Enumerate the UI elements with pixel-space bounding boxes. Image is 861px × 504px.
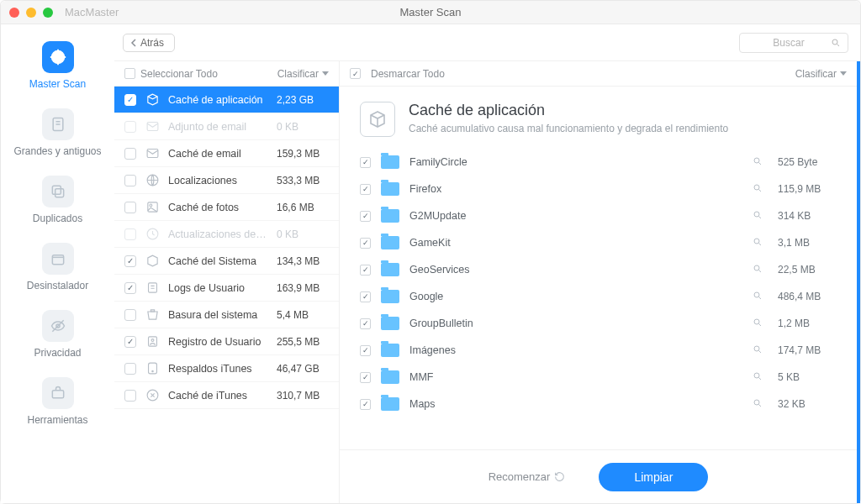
file-checkbox[interactable] [360, 238, 371, 249]
category-row[interactable]: Caché de aplicación 2,23 GB [114, 87, 339, 113]
file-checkbox[interactable] [360, 345, 371, 356]
file-checkbox[interactable] [360, 211, 371, 222]
category-row[interactable]: Caché de iTunes 310,7 MB [114, 382, 339, 409]
category-row[interactable]: Caché de fotos 16,6 MB [114, 194, 339, 221]
reveal-icon[interactable] [753, 210, 763, 223]
svg-point-1 [55, 55, 61, 60]
category-row[interactable]: Respaldos iTunes 46,47 GB [114, 355, 339, 382]
category-row[interactable]: Basura del sistema 5,4 MB [114, 302, 339, 328]
window-controls [9, 8, 53, 18]
category-icon [145, 334, 160, 349]
category-row[interactable]: Localizaciones 533,3 MB [114, 167, 339, 194]
file-row[interactable]: FamilyCircle 525 Byte [340, 149, 857, 176]
cache-icon [360, 102, 395, 137]
toolbar: Atrás Buscar [114, 24, 860, 61]
search-input[interactable]: Buscar [739, 33, 848, 53]
category-checkbox[interactable] [124, 282, 136, 294]
category-row[interactable]: Caché del Sistema 134,3 MB [114, 248, 339, 275]
back-button[interactable]: Atrás [123, 34, 175, 52]
file-size: 115,9 MB [778, 183, 837, 195]
category-checkbox[interactable] [124, 255, 136, 267]
file-size: 314 KB [778, 210, 837, 222]
reveal-icon[interactable] [753, 156, 763, 169]
file-checkbox[interactable] [360, 157, 371, 168]
file-row[interactable]: GroupBulletin 1,2 MB [340, 310, 857, 337]
category-icon [145, 388, 160, 403]
category-checkbox[interactable] [124, 336, 136, 348]
reveal-icon[interactable] [753, 264, 763, 276]
reveal-icon[interactable] [753, 344, 763, 357]
file-checkbox[interactable] [360, 399, 371, 410]
close-icon[interactable] [9, 8, 19, 18]
sidebar-item-tools[interactable]: Herramientas [1, 372, 114, 434]
sidebar-item-uninstaller[interactable]: Desinstalador [1, 238, 114, 300]
sidebar-item-master-scan[interactable]: Master Scan [1, 36, 114, 98]
file-checkbox[interactable] [360, 318, 371, 329]
file-row[interactable]: GameKit 3,1 MB [340, 229, 857, 256]
file-size: 5 KB [778, 371, 837, 383]
category-checkbox[interactable] [124, 228, 136, 240]
sidebar-item-label: Grandes y antiguos [1, 145, 114, 157]
app-name: MacMaster [65, 6, 119, 18]
file-checkbox[interactable] [360, 291, 371, 302]
reveal-icon[interactable] [753, 237, 763, 249]
category-name: Logs de Usuario [168, 282, 268, 294]
category-checkbox[interactable] [124, 121, 136, 133]
category-name: Caché de email [168, 148, 268, 160]
category-row[interactable]: Adjunto de email 0 KB [114, 113, 339, 140]
category-icon [145, 281, 160, 296]
category-row[interactable]: Registro de Usuario 255,5 MB [114, 328, 339, 355]
sidebar-item-duplicates[interactable]: Duplicados [1, 171, 114, 233]
category-checkbox[interactable] [124, 148, 136, 160]
svg-rect-10 [147, 150, 158, 158]
category-checkbox[interactable] [124, 175, 136, 186]
svg-point-22 [754, 185, 759, 190]
svg-point-17 [151, 339, 154, 342]
category-checkbox[interactable] [124, 202, 136, 213]
category-sort[interactable]: Clasificar [277, 68, 329, 80]
maximize-icon[interactable] [43, 8, 53, 18]
eye-off-icon [42, 310, 74, 342]
file-size: 3,1 MB [778, 237, 837, 249]
file-checkbox[interactable] [360, 265, 371, 276]
file-row[interactable]: MMF 5 KB [340, 364, 857, 391]
minimize-icon[interactable] [26, 8, 36, 18]
file-row[interactable]: Imágenes 174,7 MB [340, 337, 857, 364]
folder-icon [381, 344, 399, 357]
svg-point-21 [754, 158, 759, 163]
category-name: Registro de Usuario [168, 336, 268, 348]
reveal-icon[interactable] [753, 318, 763, 330]
file-row[interactable]: GeoServices 22,5 MB [340, 256, 857, 283]
sidebar-item-label: Desinstalador [1, 280, 114, 291]
folder-icon [381, 182, 399, 196]
select-all-checkbox[interactable] [124, 68, 135, 79]
category-checkbox[interactable] [124, 363, 136, 375]
file-checkbox[interactable] [360, 184, 371, 195]
category-checkbox[interactable] [124, 309, 136, 321]
sidebar-item-large-old[interactable]: Grandes y antiguos [1, 103, 114, 165]
file-checkbox[interactable] [360, 372, 371, 383]
folder-icon [381, 236, 399, 249]
restart-button[interactable]: Recomenzar [489, 470, 566, 483]
reveal-icon[interactable] [753, 183, 763, 196]
file-row[interactable]: Firefox 115,9 MB [340, 176, 857, 202]
file-row[interactable]: Google 486,4 MB [340, 283, 857, 310]
file-row[interactable]: Maps 32 KB [340, 391, 857, 417]
reveal-icon[interactable] [753, 371, 763, 384]
category-checkbox[interactable] [124, 390, 136, 402]
deselect-all-checkbox[interactable]: ✓ [350, 68, 361, 79]
svg-point-24 [754, 239, 759, 244]
clean-button[interactable]: Limpiar [599, 463, 708, 491]
sidebar-item-privacy[interactable]: Privacidad [1, 305, 114, 367]
category-checkbox[interactable] [124, 94, 136, 106]
file-row[interactable]: G2MUpdate 314 KB [340, 202, 857, 229]
file-name: Imágenes [409, 344, 742, 356]
category-row[interactable]: Caché de email 159,3 MB [114, 140, 339, 167]
category-row[interactable]: Logs de Usuario 163,9 MB [114, 275, 339, 302]
reveal-icon[interactable] [753, 398, 763, 411]
reveal-icon[interactable] [753, 291, 763, 303]
window-title: Master Scan [400, 6, 462, 18]
detail-sort[interactable]: Clasificar [795, 68, 847, 80]
detail-title: Caché de aplicación [409, 102, 728, 119]
category-row[interactable]: Actualizaciones de so 0 KB [114, 221, 339, 248]
